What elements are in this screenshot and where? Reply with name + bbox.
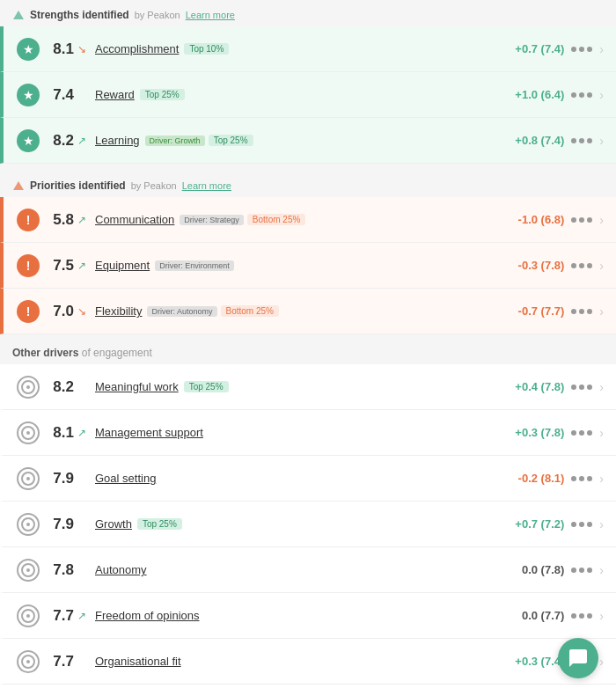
strength-icon-accomplishment: ★ [16, 37, 40, 62]
row-learning: ★ 8.2 ↗ Learning Driver: Growth Top 25% … [0, 118, 616, 164]
score-autonomy: 7.8 [46, 561, 74, 579]
dots-reward [571, 92, 592, 98]
name-growth[interactable]: Growth [95, 517, 132, 531]
delta-growth: +0.7 (7.2) [485, 517, 564, 531]
score-meaningful-work: 8.2 [46, 378, 74, 396]
name-organisational-fit[interactable]: Organisational fit [95, 655, 181, 668]
badge-flexibility: Bottom 25% [221, 305, 279, 317]
delta-equipment: -0.3 (7.8) [485, 259, 564, 272]
row-organisational-fit: 7.7 Organisational fit +0.3 (7.4) › [0, 639, 616, 685]
row-accomplishment: ★ 8.1 ↘ Accomplishment Top 10% +0.7 (7.4… [0, 26, 616, 72]
priorities-header: Priorities identified by Peakon Learn mo… [0, 171, 616, 197]
priorities-by: by Peakon [131, 180, 177, 191]
row-autonomy: 7.8 Autonomy 0.0 (7.8) › [0, 547, 616, 593]
trend-learning: ↗ [77, 134, 92, 148]
strengths-learn-more[interactable]: Learn more [186, 10, 235, 20]
dots-freedom-of-opinions [571, 613, 592, 619]
trend-organisational-fit [77, 655, 92, 669]
chevron-reward[interactable]: › [599, 88, 604, 102]
chevron-learning[interactable]: › [599, 134, 604, 148]
priorities-title: Priorities identified [30, 179, 126, 192]
chevron-equipment[interactable]: › [599, 259, 604, 273]
score-organisational-fit: 7.7 [46, 653, 74, 670]
triangle-icon-strengths [12, 9, 25, 21]
chat-button[interactable] [558, 638, 598, 678]
dots-management-support [571, 430, 592, 436]
row-equipment: ! 7.5 ↗ Equipment Driver: Environment -0… [0, 243, 616, 289]
delta-learning: +0.8 (7.4) [485, 134, 564, 147]
score-reward: 7.4 [46, 86, 74, 104]
delta-meaningful-work: +0.4 (7.8) [485, 380, 564, 393]
name-communication[interactable]: Communication [95, 213, 174, 226]
name-reward[interactable]: Reward [95, 88, 135, 101]
chat-icon [568, 648, 589, 669]
chevron-communication[interactable]: › [599, 213, 604, 227]
trend-growth [77, 517, 92, 531]
score-growth: 7.9 [46, 516, 74, 533]
name-autonomy[interactable]: Autonomy [95, 563, 147, 576]
icon-organisational-fit [16, 649, 40, 674]
driver-badge-communication: Driver: Strategy [180, 215, 244, 225]
name-management-support[interactable]: Management support [95, 426, 203, 439]
row-communication: ! 5.8 ↗ Communication Driver: Strategy B… [0, 197, 616, 243]
strengths-title: Strengths identified [30, 9, 129, 21]
chevron-freedom-of-opinions[interactable]: › [599, 609, 604, 623]
dots-accomplishment [571, 47, 592, 52]
icon-goal-setting [16, 466, 40, 491]
icon-management-support [16, 421, 40, 445]
score-communication: 5.8 [46, 211, 74, 229]
name-flexibility[interactable]: Flexibility [95, 304, 142, 318]
badge-meaningful-work: Top 25% [184, 381, 229, 392]
name-freedom-of-opinions[interactable]: Freedom of opinions [95, 609, 200, 622]
triangle-icon-priorities [12, 179, 25, 192]
dots-learning [571, 138, 592, 143]
icon-meaningful-work [16, 375, 40, 399]
row-flexibility: ! 7.0 ↘ Flexibility Driver: Autonomy Bot… [0, 289, 616, 334]
chevron-organisational-fit[interactable]: › [599, 655, 604, 669]
strengths-header: Strengths identified by Peakon Learn mor… [0, 0, 616, 26]
dots-autonomy [571, 568, 592, 573]
name-equipment[interactable]: Equipment [95, 259, 150, 272]
dots-equipment [571, 263, 592, 268]
row-freedom-of-opinions: 7.7 ↗ Freedom of opinions 0.0 (7.7) › [0, 593, 616, 639]
name-accomplishment[interactable]: Accomplishment [95, 42, 179, 55]
badge-growth: Top 25% [137, 518, 182, 530]
row-peer-relationship: 7.5 Peer relationship Bottom 25% -0.5 (8… [0, 685, 616, 696]
driver-badge-equipment: Driver: Environment [155, 260, 234, 271]
delta-goal-setting: -0.2 (8.1) [485, 472, 564, 485]
chevron-autonomy[interactable]: › [599, 563, 604, 577]
other-drivers-subtitle: of engagement [82, 347, 152, 359]
score-freedom-of-opinions: 7.7 [46, 607, 74, 625]
icon-growth [16, 512, 40, 537]
chevron-goal-setting[interactable]: › [599, 472, 604, 486]
priorities-learn-more[interactable]: Learn more [182, 180, 231, 191]
score-flexibility: 7.0 [46, 303, 74, 320]
driver-badge-flexibility: Driver: Autonomy [147, 306, 216, 317]
priority-icon-communication: ! [16, 208, 40, 232]
chevron-accomplishment[interactable]: › [599, 42, 604, 56]
name-goal-setting[interactable]: Goal setting [95, 472, 156, 485]
chevron-flexibility[interactable]: › [599, 304, 604, 319]
score-goal-setting: 7.9 [46, 470, 74, 487]
chevron-growth[interactable]: › [599, 517, 604, 531]
dots-goal-setting [571, 476, 592, 481]
row-goal-setting: 7.9 Goal setting -0.2 (8.1) › [0, 456, 616, 502]
badge-communication: Bottom 25% [247, 214, 305, 225]
dots-meaningful-work [571, 385, 592, 390]
driver-badge-learning: Driver: Growth [145, 136, 205, 146]
delta-flexibility: -0.7 (7.7) [485, 304, 564, 318]
row-reward: ★ 7.4 Reward Top 25% +1.0 (6.4) › [0, 72, 616, 118]
trend-autonomy [77, 563, 92, 577]
chevron-meaningful-work[interactable]: › [599, 380, 604, 394]
score-accomplishment: 8.1 [46, 40, 74, 58]
delta-reward: +1.0 (6.4) [485, 88, 564, 101]
name-learning[interactable]: Learning [95, 134, 140, 147]
chevron-management-support[interactable]: › [599, 426, 604, 440]
name-meaningful-work[interactable]: Meaningful work [95, 380, 179, 393]
strength-icon-reward: ★ [16, 83, 40, 107]
dots-communication [571, 217, 592, 223]
strength-icon-learning: ★ [16, 128, 40, 153]
badge-learning: Top 25% [209, 135, 253, 146]
row-growth: 7.9 Growth Top 25% +0.7 (7.2) › [0, 502, 616, 547]
priority-icon-equipment: ! [16, 253, 40, 278]
